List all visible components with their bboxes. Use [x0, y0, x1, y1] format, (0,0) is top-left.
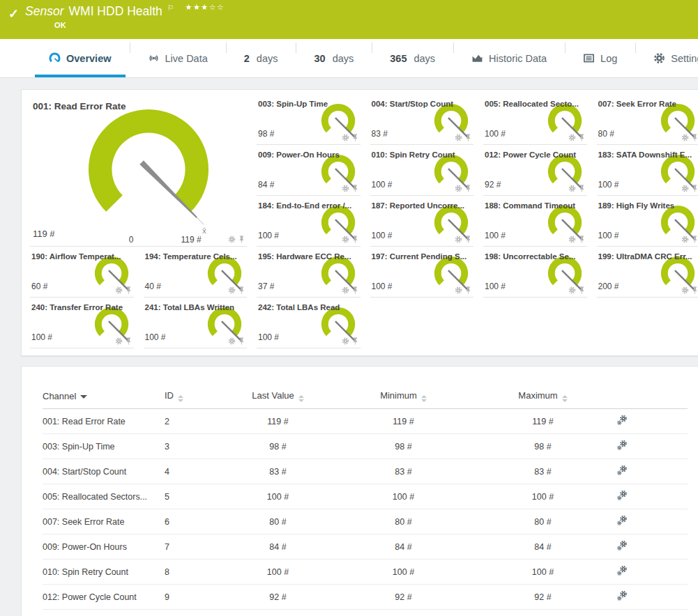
tab-2-days[interactable]: 2 days [226, 39, 296, 77]
pin-icon[interactable] [464, 286, 472, 294]
column-header-id[interactable]: ID [165, 385, 231, 409]
gear-icon[interactable] [228, 236, 236, 243]
pin-icon[interactable] [691, 236, 698, 243]
pin-icon[interactable] [578, 134, 586, 141]
channel-settings-cogs-icon[interactable] [616, 540, 628, 551]
channel-settings-cogs-icon[interactable] [616, 515, 628, 526]
pin-icon[interactable] [691, 134, 698, 141]
pin-icon[interactable] [238, 286, 245, 294]
gauge-cell[interactable]: 004: Start/Stop Count83 # [370, 94, 474, 145]
tab-overview[interactable]: Overview [31, 39, 130, 77]
pin-icon[interactable] [351, 236, 359, 243]
gauge-cell[interactable]: 007: Seek Error Rate80 # [597, 94, 698, 145]
flag-icon[interactable]: ⚐ [167, 3, 174, 12]
tab-30-days[interactable]: 30 days [296, 39, 372, 77]
gauge-cell[interactable]: 241: Total LBAs Written100 # [144, 298, 248, 348]
gear-icon[interactable] [342, 286, 349, 294]
gauge-cell[interactable]: 197: Current Pending S...100 # [370, 247, 474, 298]
gear-icon[interactable] [681, 134, 689, 141]
gear-icon[interactable] [342, 134, 349, 141]
tab-label: Historic Data [489, 53, 547, 64]
gauge-cell[interactable]: 199: UltraDMA CRC Err...200 # [597, 247, 698, 298]
gauge-value: 100 # [258, 231, 279, 240]
tab-live-data[interactable]: Live Data [130, 39, 226, 77]
pin-icon[interactable] [691, 286, 698, 294]
gear-icon[interactable] [455, 236, 462, 243]
gear-icon[interactable] [568, 134, 576, 141]
pin-icon[interactable] [691, 185, 698, 192]
gear-icon[interactable] [342, 236, 349, 243]
gauge-cell[interactable]: 194: Temperature Cels...40 # [144, 247, 248, 298]
tab-settings[interactable]: Settings [635, 39, 698, 77]
gear-icon[interactable] [568, 185, 576, 192]
table-row: 183: SATA Downshift Err...10100 #100 #10… [43, 610, 688, 616]
channel-settings-cogs-icon[interactable] [616, 490, 628, 501]
gauge-cell[interactable]: 012: Power Cycle Count92 # [483, 145, 587, 196]
pin-icon[interactable] [464, 236, 472, 243]
gear-icon[interactable] [342, 337, 349, 345]
pin-icon[interactable] [464, 185, 472, 192]
tab-label-number: 30 [314, 53, 325, 64]
pin-icon[interactable] [351, 185, 359, 192]
gauge-cell[interactable]: 003: Spin-Up Time98 # [257, 94, 361, 145]
tab-historic-data[interactable]: Historic Data [453, 39, 565, 77]
gauge-cell[interactable]: 184: End-to-End error /...100 # [257, 196, 361, 247]
gear-icon[interactable] [455, 286, 462, 294]
tab-log[interactable]: Log [565, 39, 635, 77]
pin-icon[interactable] [351, 286, 359, 294]
gauge-cell[interactable]: 190: Airflow Temperat...60 # [30, 247, 134, 298]
channel-settings-cogs-icon[interactable] [616, 565, 628, 576]
table-row: 005: Reallocated Sectors...5100 #100 #10… [43, 484, 688, 509]
gauge-cell[interactable]: 005: Reallocated Secto...100 # [483, 94, 587, 145]
gear-icon[interactable] [228, 286, 236, 294]
pin-icon[interactable] [125, 337, 132, 345]
pin-icon[interactable] [351, 337, 359, 345]
gauge-label: 198: Uncorrectable Se... [485, 252, 575, 261]
gauge-cell[interactable]: 240: Transfer Error Rate100 # [30, 298, 134, 348]
sort-icon [562, 395, 568, 402]
pin-icon[interactable] [125, 286, 132, 294]
pin-icon[interactable] [238, 236, 245, 243]
pin-icon[interactable] [351, 134, 359, 141]
gear-icon[interactable] [455, 134, 462, 141]
gear-icon[interactable] [455, 185, 462, 192]
pin-icon[interactable] [578, 286, 586, 294]
gear-icon[interactable] [115, 337, 123, 345]
column-header-minimum[interactable]: Minimum [325, 385, 482, 409]
gauge-cell[interactable]: 189: High Fly Writes100 # [597, 196, 698, 247]
gauge-cell[interactable]: 187: Reported Uncorre...100 # [370, 196, 474, 247]
primary-gauge-cell[interactable]: 001: Read Error Rate x̄ 0 119 # 119 # [30, 94, 247, 247]
pin-icon[interactable] [238, 337, 245, 345]
gauge-value: 100 # [31, 332, 52, 342]
pin-icon[interactable] [578, 185, 586, 192]
gear-icon[interactable] [681, 185, 689, 192]
channel-settings-cogs-icon[interactable] [616, 590, 628, 601]
gauge-grid: 001: Read Error Rate x̄ 0 119 # 119 # 00… [30, 94, 698, 348]
column-header-last-value[interactable]: Last Value [231, 385, 325, 409]
table-header-row: Channel ID Last Value Minimum Maximum [43, 385, 688, 409]
column-header-maximum[interactable]: Maximum [482, 385, 604, 409]
gear-icon[interactable] [681, 236, 689, 243]
gauge-cell[interactable]: 009: Power-On Hours84 # [257, 145, 361, 196]
gauge-cell[interactable]: 195: Hardware ECC Re...37 # [257, 247, 361, 298]
gauge-cell[interactable]: 010: Spin Retry Count100 # [370, 145, 474, 196]
gear-icon[interactable] [568, 286, 576, 294]
column-header-channel[interactable]: Channel [43, 385, 165, 409]
channel-settings-cogs-icon[interactable] [616, 440, 628, 451]
gear-icon[interactable] [681, 286, 689, 294]
channel-settings-cogs-icon[interactable] [616, 465, 628, 476]
gauge-cell[interactable]: 242: Total LBAs Read100 # [257, 298, 361, 348]
gear-icon[interactable] [228, 337, 236, 345]
gear-icon[interactable] [115, 286, 123, 294]
sensor-name: WMI HDD Health [69, 4, 162, 18]
pin-icon[interactable] [578, 236, 586, 243]
gear-icon[interactable] [568, 236, 576, 243]
tab-365-days[interactable]: 365 days [372, 39, 453, 77]
gauge-cell[interactable]: 183: SATA Downshift E...100 # [597, 145, 698, 196]
gauge-cell[interactable]: 198: Uncorrectable Se...100 # [483, 247, 587, 298]
star-rating[interactable]: ★★★☆☆ [185, 3, 225, 11]
pin-icon[interactable] [464, 134, 472, 141]
channel-settings-cogs-icon[interactable] [616, 415, 628, 426]
gear-icon[interactable] [342, 185, 349, 192]
gauge-cell[interactable]: 188: Command Timeout100 # [483, 196, 587, 247]
